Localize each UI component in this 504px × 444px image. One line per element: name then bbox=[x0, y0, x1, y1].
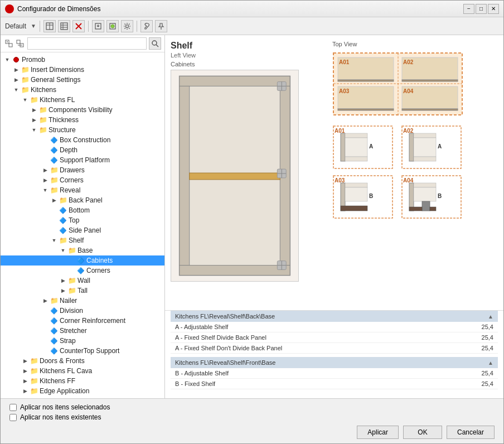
svg-rect-64 bbox=[414, 133, 436, 138]
tree-item-promob[interactable]: ▼ Promob bbox=[1, 55, 164, 65]
search-input[interactable] bbox=[27, 37, 147, 50]
tree-item-division[interactable]: ▶ 🔷 Division bbox=[1, 306, 164, 316]
tree-item-support-platform[interactable]: ▶ 🔷 Support Platform bbox=[1, 155, 164, 165]
expander-kitchens-fl[interactable]: ▼ bbox=[21, 95, 30, 104]
tree-item-structure[interactable]: ▼ 📁 Structure bbox=[1, 125, 164, 135]
tree-item-thickness[interactable]: ▶ 📁 Thickness bbox=[1, 115, 164, 125]
expander-kitchens-ff[interactable]: ▶ bbox=[21, 377, 30, 385]
expander-thickness[interactable]: ▶ bbox=[30, 115, 38, 124]
tree-item-stretcher[interactable]: ▶ 🔷 Stretcher bbox=[1, 326, 164, 336]
checkbox-existing-items[interactable] bbox=[9, 414, 17, 421]
expander-structure[interactable]: ▼ bbox=[30, 126, 38, 134]
leaf-icon-depth: 🔷 bbox=[50, 146, 59, 155]
expander-promob[interactable]: ▼ bbox=[3, 55, 12, 64]
diagram-area: Shelf Left View Cabinets bbox=[165, 35, 503, 311]
tree-item-kitchens[interactable]: ▼ 📁 Kitchens bbox=[1, 85, 164, 95]
expander-comp-vis[interactable]: ▶ bbox=[30, 105, 38, 114]
svg-rect-25 bbox=[180, 76, 290, 86]
data-section-title-front-base: Kitchens FL\Reveal\Shelf\Front\Base bbox=[175, 359, 275, 366]
tree-item-wall[interactable]: ▶ 📁 Wall bbox=[1, 276, 164, 286]
checkbox-selected-items[interactable] bbox=[9, 404, 17, 411]
tree-item-strap[interactable]: ▶ 🔷 Strap bbox=[1, 336, 164, 346]
expand-all-btn[interactable] bbox=[4, 38, 14, 49]
ok-button[interactable]: OK bbox=[403, 426, 442, 439]
expander-doors[interactable]: ▶ bbox=[21, 356, 30, 365]
tree-item-corners[interactable]: ▶ 📁 Corners bbox=[1, 175, 164, 185]
data-section-header-back-base[interactable]: Kitchens FL\Reveal\Shelf\Back\Base ▲ bbox=[171, 311, 498, 322]
tree-item-top[interactable]: ▶ 🔷 Top bbox=[1, 215, 164, 225]
expander-wall[interactable]: ▶ bbox=[59, 276, 67, 285]
wrench-btn[interactable] bbox=[140, 20, 153, 32]
svg-text:A02: A02 bbox=[403, 59, 414, 65]
expander-corners[interactable]: ▶ bbox=[41, 176, 50, 185]
tree-item-shelf[interactable]: ▼ 📁 Shelf bbox=[1, 235, 164, 245]
top-view-combined: A01 A02 A03 A04 bbox=[332, 52, 463, 116]
pin-btn[interactable] bbox=[155, 20, 167, 32]
tree-item-corner-reinforcement[interactable]: ▶ 🔷 Corner Reinforcement bbox=[1, 316, 164, 326]
checkbox-row-existing: Aplicar nos itens existentes bbox=[9, 413, 495, 421]
tree-item-base[interactable]: ▼ 📁 Base bbox=[1, 245, 164, 255]
folder-icon-edge: 📁 bbox=[30, 387, 38, 395]
tree-item-reveal[interactable]: ▼ 📁 Reveal bbox=[1, 185, 164, 195]
expander-edge[interactable]: ▶ bbox=[21, 387, 30, 395]
tree-item-doors-fronts[interactable]: ▶ 📁 Doors & Fronts bbox=[1, 356, 164, 366]
tree-item-cabinets[interactable]: ▶ 🔷 Cabinets bbox=[1, 255, 164, 266]
tree-item-bottom[interactable]: ▶ 🔷 Bottom bbox=[1, 205, 164, 215]
tree-item-side-panel[interactable]: ▶ 🔷 Side Panel bbox=[1, 225, 164, 235]
expander-tall[interactable]: ▶ bbox=[59, 286, 67, 295]
data-row-b-fixed: B - Fixed Shelf 25,4 bbox=[171, 379, 498, 389]
expander-base[interactable]: ▼ bbox=[59, 246, 67, 255]
export-btn[interactable] bbox=[106, 20, 119, 32]
tree-item-drawers[interactable]: ▶ 📁 Drawers bbox=[1, 165, 164, 175]
expander-shelf[interactable]: ▼ bbox=[50, 236, 59, 245]
tree-item-general-settings[interactable]: ▶ 📁 General Settings bbox=[1, 75, 164, 85]
expander-kitchens[interactable]: ▼ bbox=[12, 85, 21, 94]
tree-item-fl-cava[interactable]: ▶ 📁 Kitchens FL Cava bbox=[1, 366, 164, 376]
table-btn-2[interactable] bbox=[58, 20, 70, 32]
search-button[interactable] bbox=[149, 37, 161, 50]
collapse-all-btn[interactable] bbox=[15, 38, 25, 49]
import-btn[interactable] bbox=[92, 20, 104, 32]
minimize-button[interactable]: − bbox=[463, 4, 474, 14]
data-row-value-a-fixed-div: 25,4 bbox=[471, 334, 493, 341]
tree-item-kitchens-fl[interactable]: ▼ 📁 Kitchens FL bbox=[1, 95, 164, 105]
expander-drawers[interactable]: ▶ bbox=[41, 166, 50, 175]
leaf-icon-strap: 🔷 bbox=[50, 336, 59, 345]
data-section-title-back-base: Kitchens FL\Reveal\Shelf\Back\Base bbox=[175, 313, 275, 320]
data-section-toggle-front-base[interactable]: ▲ bbox=[488, 360, 493, 366]
expander-reveal[interactable]: ▼ bbox=[41, 186, 50, 195]
data-section-toggle-back-base[interactable]: ▲ bbox=[488, 313, 493, 320]
detail-svg-a03: A03 B bbox=[332, 175, 394, 219]
tree-item-insert-dimensions[interactable]: ▶ 📁 Insert Dimensions bbox=[1, 65, 164, 75]
apply-button[interactable]: Aplicar bbox=[357, 426, 399, 439]
delete-btn[interactable] bbox=[72, 20, 85, 32]
expander-insert[interactable]: ▶ bbox=[12, 65, 21, 74]
tree-item-corners2[interactable]: ▶ 🔷 Corners bbox=[1, 266, 164, 276]
tree-item-countertop-support[interactable]: ▶ 🔷 CounterTop Support bbox=[1, 346, 164, 356]
expander-nailer[interactable]: ▶ bbox=[41, 296, 50, 305]
tree-item-edge-application[interactable]: ▶ 📁 Edge Application bbox=[1, 386, 164, 396]
svg-point-22 bbox=[152, 41, 157, 45]
cancel-button[interactable]: Cancelar bbox=[447, 426, 495, 439]
expander-fl-cava[interactable]: ▶ bbox=[21, 366, 30, 375]
close-button[interactable]: ✕ bbox=[488, 4, 499, 14]
expander-back-panel[interactable]: ▶ bbox=[50, 196, 59, 205]
settings-btn[interactable] bbox=[121, 20, 133, 32]
svg-rect-49 bbox=[402, 109, 458, 110]
tree-item-nailer[interactable]: ▶ 📁 Nailer bbox=[1, 296, 164, 306]
tree-item-tall[interactable]: ▶ 📁 Tall bbox=[1, 286, 164, 296]
app-icon bbox=[5, 4, 14, 13]
tree-item-components-visibility[interactable]: ▶ 📁 Components Visibility bbox=[1, 105, 164, 115]
tree-item-box-construction[interactable]: ▶ 🔷 Box Construction bbox=[1, 135, 164, 145]
tree-item-depth[interactable]: ▶ 🔷 Depth bbox=[1, 145, 164, 155]
diagram-left-view: Shelf Left View Cabinets bbox=[171, 41, 321, 305]
tree-item-back-panel[interactable]: ▶ 📁 Back Panel bbox=[1, 195, 164, 205]
data-section-header-front-base[interactable]: Kitchens FL\Reveal\Shelf\Front\Base ▲ bbox=[171, 357, 498, 368]
expander-general[interactable]: ▶ bbox=[12, 75, 21, 84]
diagram-subtitle: Left View bbox=[171, 52, 321, 59]
folder-icon-back-panel: 📁 bbox=[59, 196, 67, 205]
svg-point-12 bbox=[111, 25, 114, 28]
table-btn-1[interactable] bbox=[43, 20, 56, 32]
tree-item-kitchens-ff[interactable]: ▶ 📁 Kitchens FF bbox=[1, 376, 164, 386]
maximize-button[interactable]: □ bbox=[476, 4, 487, 14]
